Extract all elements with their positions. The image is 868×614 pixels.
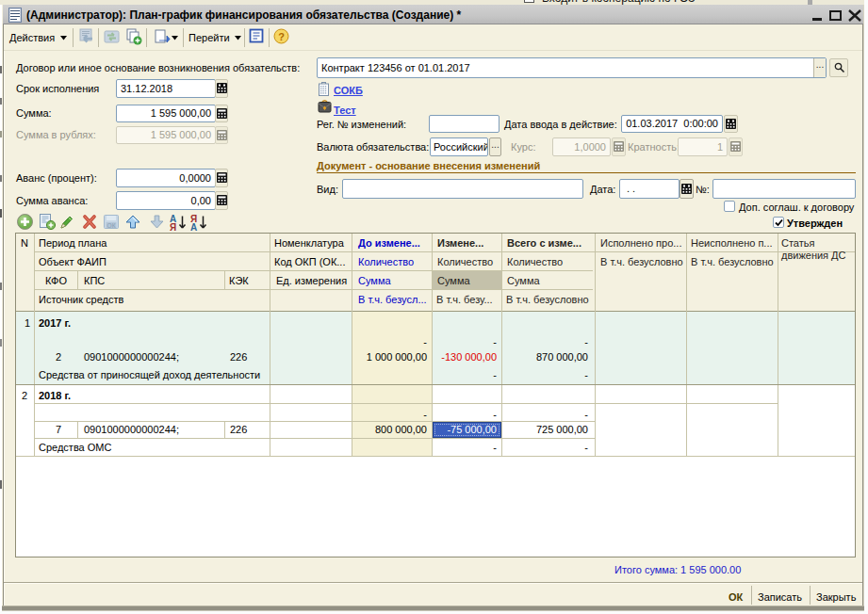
svg-text:Я: Я bbox=[170, 222, 176, 232]
svg-text:?: ? bbox=[278, 31, 285, 42]
svg-text:А: А bbox=[190, 222, 197, 232]
svg-text:ОК: ОК bbox=[107, 222, 116, 229]
